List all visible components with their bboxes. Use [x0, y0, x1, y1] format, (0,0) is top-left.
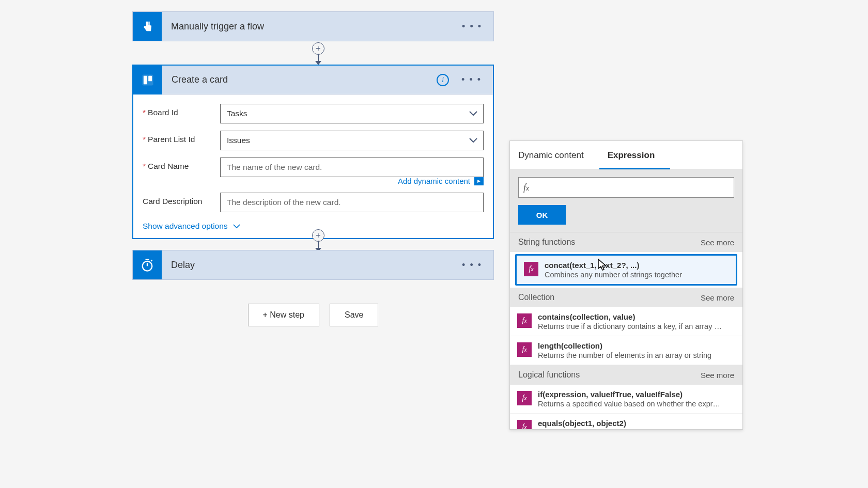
function-description: Returns a specified value based on wheth…	[538, 400, 724, 408]
card-description-input[interactable]	[220, 193, 484, 212]
fx-icon: fx	[517, 313, 532, 328]
add-step-button-1[interactable]: +	[312, 42, 324, 55]
function-group-header: String functionsSee more	[510, 232, 742, 252]
see-more-link[interactable]: See more	[701, 238, 734, 247]
delay-step[interactable]: Delay • • •	[132, 250, 494, 280]
svg-line-10	[151, 260, 152, 261]
card-name-input[interactable]	[220, 158, 484, 177]
connector-1: +	[312, 42, 324, 65]
board-id-select[interactable]	[220, 104, 484, 123]
function-item[interactable]: fxlength(collection)Returns the number o…	[510, 336, 742, 365]
show-advanced-options-link[interactable]: Show advanced options	[143, 222, 240, 231]
tab-dynamic-content[interactable]: Dynamic content	[510, 141, 599, 169]
expression-panel: Dynamic content Expression fx OK String …	[509, 140, 743, 430]
panel-tabs: Dynamic content Expression	[510, 141, 742, 170]
create-card-title: Create a card	[162, 74, 437, 85]
function-group-header: CollectionSee more	[510, 288, 742, 307]
function-description: Returns true if two values are equal	[538, 429, 656, 429]
delay-icon	[133, 250, 162, 279]
tab-expression[interactable]: Expression	[599, 141, 671, 169]
function-signature: if(expression, valueIfTrue, valueIfFalse…	[538, 390, 724, 399]
expression-input[interactable]	[518, 177, 734, 198]
function-group-name: Collection	[518, 293, 554, 302]
function-group-name: String functions	[518, 238, 575, 247]
svg-rect-3	[144, 75, 147, 84]
connector-2: +	[312, 229, 324, 252]
function-item[interactable]: fxconcat(text_1, text_2?, ...)Combines a…	[515, 254, 737, 286]
ok-button[interactable]: OK	[518, 205, 566, 225]
see-more-link[interactable]: See more	[701, 293, 734, 302]
delay-title: Delay	[162, 260, 451, 271]
chevron-down-icon	[233, 224, 240, 229]
create-card-body: *Board Id *Parent List Id *Card Name	[133, 95, 493, 238]
parent-list-id-label: *Parent List Id	[143, 131, 220, 144]
create-card-header[interactable]: Create a card i • • •	[133, 66, 493, 95]
card-description-label: Card Description	[143, 193, 220, 206]
svg-rect-9	[146, 259, 149, 260]
function-group-name: Logical functions	[518, 370, 580, 380]
parent-list-id-select[interactable]	[220, 131, 484, 150]
add-dynamic-content-link[interactable]: Add dynamic content	[398, 177, 470, 185]
info-icon[interactable]: i	[437, 74, 449, 86]
trello-icon	[133, 66, 162, 95]
function-signature: contains(collection, value)	[538, 312, 724, 321]
delay-menu-ellipsis[interactable]: • • •	[451, 260, 493, 271]
function-item[interactable]: fxcontains(collection, value)Returns tru…	[510, 307, 742, 336]
fx-icon: fx	[523, 182, 529, 193]
fx-icon: fx	[517, 420, 532, 429]
function-description: Returns the number of elements in an arr…	[538, 351, 711, 359]
function-description: Combines any number of strings together	[545, 271, 682, 279]
fx-icon: fx	[517, 391, 532, 405]
function-list[interactable]: String functionsSee morefxconcat(text_1,…	[510, 232, 742, 429]
function-signature: concat(text_1, text_2?, ...)	[545, 261, 682, 270]
arrow-down-icon	[314, 54, 323, 65]
add-dynamic-content-plus-icon[interactable]: ▸	[474, 176, 484, 185]
fx-icon: fx	[517, 342, 532, 357]
manual-trigger-icon	[133, 12, 162, 41]
function-group-header: Logical functionsSee more	[510, 365, 742, 385]
board-id-label: *Board Id	[143, 104, 220, 117]
function-signature: length(collection)	[538, 341, 711, 350]
see-more-link[interactable]: See more	[701, 371, 734, 380]
card-name-label: *Card Name	[143, 158, 220, 171]
trigger-title: Manually trigger a flow	[162, 21, 451, 32]
create-card-step: Create a card i • • • *Board Id *Parent …	[132, 65, 494, 239]
bottom-buttons: + New step Save	[132, 304, 494, 326]
function-item[interactable]: fxequals(object1, object2)Returns true i…	[510, 414, 742, 429]
trigger-step[interactable]: Manually trigger a flow • • •	[132, 11, 494, 41]
svg-rect-4	[148, 75, 152, 81]
function-item[interactable]: fxif(expression, valueIfTrue, valueIfFal…	[510, 385, 742, 414]
fx-icon: fx	[524, 262, 538, 276]
add-step-button-2[interactable]: +	[312, 229, 324, 242]
function-signature: equals(object1, object2)	[538, 419, 656, 428]
function-description: Returns true if a dictionary contains a …	[538, 322, 724, 330]
new-step-button[interactable]: + New step	[248, 304, 319, 326]
svg-point-7	[143, 261, 152, 271]
create-card-menu-ellipsis[interactable]: • • •	[461, 74, 493, 85]
save-button[interactable]: Save	[330, 304, 378, 326]
trigger-menu-ellipsis[interactable]: • • •	[451, 21, 493, 32]
